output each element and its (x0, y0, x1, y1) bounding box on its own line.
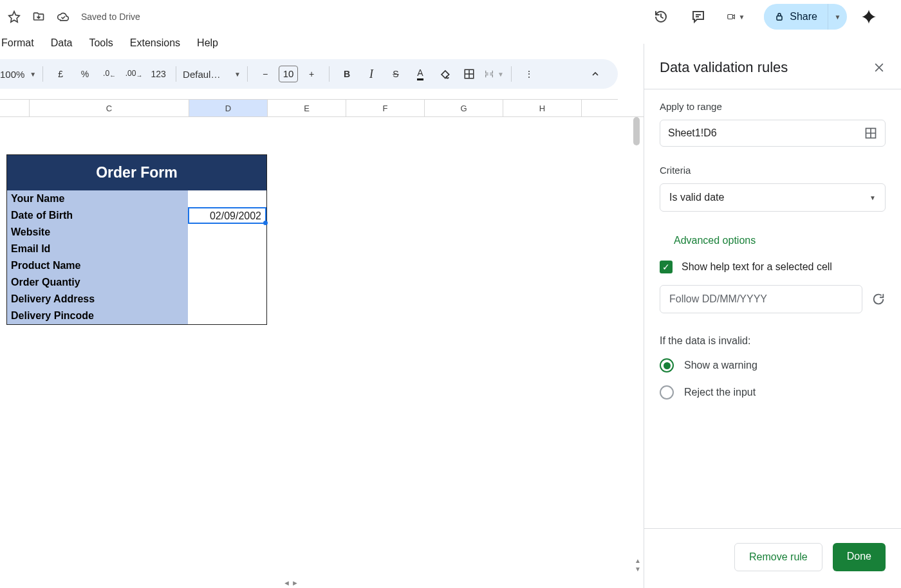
decrease-decimal-button[interactable]: .0← (98, 63, 120, 85)
cloud-icon[interactable] (54, 8, 72, 26)
move-folder-icon[interactable] (30, 8, 48, 26)
range-input[interactable]: Sheet1!D6 (660, 120, 886, 147)
bold-button[interactable]: B (336, 63, 358, 85)
advanced-options-toggle[interactable]: Advanced options (660, 231, 886, 261)
menu-data[interactable]: Data (50, 36, 74, 50)
share-button[interactable]: Share (764, 5, 828, 29)
col-header-f[interactable]: F (346, 99, 425, 116)
cell[interactable] (188, 190, 266, 207)
form-label: Delivery Address (7, 291, 188, 308)
criteria-label: Criteria (660, 165, 886, 176)
font-size-inc[interactable]: + (301, 63, 322, 85)
font-size-input[interactable]: 10 (279, 66, 298, 82)
close-icon[interactable] (873, 61, 886, 74)
zoom-selector[interactable]: 100% ▼ (0, 63, 36, 85)
share-label: Share (790, 11, 817, 23)
remove-rule-button[interactable]: Remove rule (734, 543, 822, 571)
vscroll-arrows[interactable]: ▲▼ (635, 557, 641, 573)
cell[interactable] (188, 308, 266, 324)
share-dropdown[interactable]: ▼ (828, 4, 847, 30)
italic-button[interactable]: I (360, 63, 382, 85)
menu-format[interactable]: Format (0, 36, 35, 50)
currency-button[interactable]: £ (50, 63, 71, 85)
percent-button[interactable]: % (74, 63, 96, 85)
number-format-button[interactable]: 123 (147, 63, 169, 85)
history-icon[interactable] (652, 8, 670, 26)
col-header-e[interactable]: E (268, 99, 346, 116)
cell[interactable] (188, 257, 266, 274)
col-header[interactable] (582, 99, 618, 116)
meet-icon[interactable]: ▼ (727, 8, 745, 26)
save-status: Saved to Drive (81, 12, 140, 22)
form-label: Date of Birth (7, 207, 188, 224)
svg-rect-1 (777, 16, 782, 21)
menu-help[interactable]: Help (196, 36, 219, 50)
sidebar-title: Data validation rules (660, 59, 788, 76)
form-label: Order Quantiy (7, 274, 188, 291)
toolbar: 100% ▼ £ % .0← .00→ 123 Defaul…▼ − 10 + … (0, 59, 618, 89)
criteria-dropdown[interactable]: Is valid date ▼ (660, 183, 886, 212)
col-header-d[interactable]: D (189, 99, 268, 116)
help-text-label: Show help text for a selected cell (682, 261, 832, 273)
star-icon[interactable] (5, 8, 23, 26)
radio-icon (660, 385, 674, 400)
borders-button[interactable] (458, 63, 480, 85)
cell[interactable] (188, 291, 266, 308)
fill-color-button[interactable] (434, 63, 456, 85)
apply-range-label: Apply to range (660, 101, 886, 112)
gemini-icon[interactable] (860, 8, 878, 26)
col-header-h[interactable]: H (503, 99, 582, 116)
data-validation-sidebar: Data validation rules Apply to range She… (644, 44, 901, 588)
reset-icon[interactable] (871, 292, 886, 306)
done-button[interactable]: Done (833, 543, 886, 571)
text-color-button[interactable]: A (409, 63, 431, 85)
col-header-g[interactable]: G (425, 99, 503, 116)
menu-extensions[interactable]: Extensions (129, 36, 181, 50)
criteria-value: Is valid date (669, 192, 724, 203)
cell[interactable] (188, 274, 266, 291)
radio-icon (660, 358, 674, 372)
radio-reject-input[interactable]: Reject the input (660, 385, 886, 400)
select-range-icon[interactable] (864, 127, 877, 140)
help-text-checkbox[interactable]: ✓ (660, 261, 673, 273)
font-size-dec[interactable]: − (254, 63, 276, 85)
form-label: Website (7, 224, 188, 241)
radio-show-warning[interactable]: Show a warning (660, 358, 886, 372)
scrollbar-thumb[interactable] (633, 117, 640, 145)
form-label: Your Name (7, 190, 188, 207)
font-selector[interactable]: Defaul…▼ (183, 63, 241, 85)
merge-button[interactable]: ▼ (483, 63, 505, 85)
comment-icon[interactable] (689, 8, 707, 26)
cell-selected[interactable]: 02/09/2002 (188, 207, 266, 224)
col-header[interactable] (0, 99, 30, 116)
cell[interactable] (188, 224, 266, 241)
collapse-toolbar-button[interactable] (584, 63, 606, 85)
form-title: Order Form (7, 155, 266, 190)
increase-decimal-button[interactable]: .00→ (123, 63, 145, 85)
range-value: Sheet1!D6 (668, 127, 717, 139)
more-button[interactable]: ⋮ (518, 63, 540, 85)
svg-rect-0 (728, 14, 733, 19)
cell[interactable] (188, 241, 266, 257)
help-text-input[interactable] (660, 285, 862, 313)
strike-button[interactable]: S (385, 63, 407, 85)
invalid-data-heading: If the data is invalid: (660, 335, 886, 347)
sheet-nav[interactable]: ◄► (283, 579, 299, 587)
order-form: Order Form Your Name Date of Birth02/09/… (6, 154, 267, 325)
form-label: Product Name (7, 257, 188, 274)
form-label: Email Id (7, 241, 188, 257)
col-header-c[interactable]: C (30, 99, 189, 116)
form-label: Delivery Pincode (7, 308, 188, 324)
menu-tools[interactable]: Tools (88, 36, 114, 50)
